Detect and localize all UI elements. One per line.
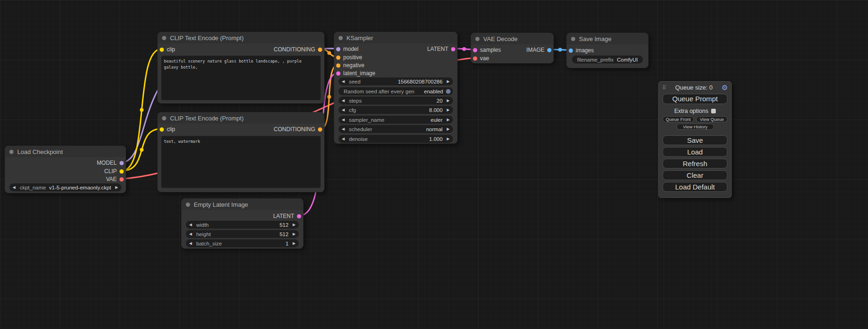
conditioning-port-icon[interactable] bbox=[336, 56, 340, 60]
clip-port-icon[interactable] bbox=[160, 127, 164, 132]
input-slot-latent-image[interactable]: latent_image bbox=[334, 70, 375, 77]
increment-arrow-icon[interactable]: ▶ bbox=[447, 118, 450, 122]
decrement-arrow-icon[interactable]: ◀ bbox=[342, 118, 345, 122]
scheduler-widget[interactable]: ◀ scheduler normal ▶ bbox=[339, 125, 453, 133]
image-port-icon[interactable] bbox=[569, 49, 573, 53]
increment-arrow-icon[interactable]: ▶ bbox=[447, 98, 450, 103]
conditioning-port-icon[interactable] bbox=[318, 127, 322, 132]
decrement-arrow-icon[interactable]: ◀ bbox=[342, 127, 345, 131]
increment-arrow-icon[interactable]: ▶ bbox=[293, 241, 296, 245]
node-title: Empty Latent Image bbox=[194, 201, 248, 208]
decrement-arrow-icon[interactable]: ◀ bbox=[13, 185, 15, 189]
random-seed-toggle-widget[interactable]: Random seed after every gen enabled bbox=[339, 87, 453, 95]
latent-port-icon[interactable] bbox=[336, 71, 340, 76]
decrement-arrow-icon[interactable]: ◀ bbox=[342, 108, 345, 112]
node-titlebar[interactable]: KSampler bbox=[334, 32, 457, 43]
decrement-arrow-icon[interactable]: ◀ bbox=[189, 232, 192, 236]
node-titlebar[interactable]: Load Checkpoint bbox=[5, 146, 126, 157]
input-slot-model[interactable]: model bbox=[334, 45, 359, 53]
settings-gear-icon[interactable]: ⚙ bbox=[722, 84, 728, 91]
clip-port-icon[interactable] bbox=[160, 48, 164, 52]
input-slot-clip[interactable]: clip bbox=[158, 46, 175, 53]
increment-arrow-icon[interactable]: ▶ bbox=[447, 137, 450, 141]
decrement-arrow-icon[interactable]: ◀ bbox=[342, 98, 345, 103]
negative-prompt-textarea[interactable]: text, watermark bbox=[161, 136, 321, 188]
queue-front-button[interactable]: Queue Front bbox=[663, 116, 694, 122]
latent-port-icon[interactable] bbox=[297, 214, 301, 218]
output-slot-conditioning[interactable]: CONDITIONING bbox=[274, 46, 324, 53]
latent-port-icon[interactable] bbox=[451, 47, 455, 51]
input-slot-samples[interactable]: samples bbox=[471, 46, 501, 54]
latent-port-icon[interactable] bbox=[473, 48, 477, 52]
seed-widget[interactable]: ◀ seed 156680208700286 ▶ bbox=[339, 77, 453, 85]
save-button[interactable]: Save bbox=[663, 135, 727, 145]
widget-value: normal bbox=[426, 126, 443, 132]
extra-options-checkbox[interactable] bbox=[711, 109, 716, 113]
node-vae-decode[interactable]: VAE Decode samples IMAGE vae bbox=[471, 33, 554, 63]
toggle-indicator-icon[interactable] bbox=[446, 89, 451, 94]
increment-arrow-icon[interactable]: ▶ bbox=[447, 127, 450, 131]
node-clip-text-encode-positive[interactable]: CLIP Text Encode (Prompt) clip CONDITION… bbox=[157, 32, 325, 104]
input-slot-negative[interactable]: negative bbox=[334, 62, 364, 69]
decrement-arrow-icon[interactable]: ◀ bbox=[189, 223, 192, 227]
conditioning-port-icon[interactable] bbox=[336, 63, 340, 68]
denoise-widget[interactable]: ◀ denoise 1.000 ▶ bbox=[339, 135, 453, 143]
vae-port-icon[interactable] bbox=[120, 177, 124, 182]
model-port-icon[interactable] bbox=[120, 161, 124, 165]
output-slot-conditioning[interactable]: CONDITIONING bbox=[274, 126, 324, 133]
node-load-checkpoint[interactable]: Load Checkpoint MODEL CLIP VAE ◀ ckpt_na… bbox=[5, 146, 126, 193]
clip-port-icon[interactable] bbox=[120, 169, 124, 174]
increment-arrow-icon[interactable]: ▶ bbox=[293, 232, 296, 236]
vae-port-icon[interactable] bbox=[473, 56, 477, 61]
filename-prefix-widget[interactable]: filename_prefix ComfyUI bbox=[572, 56, 643, 63]
steps-widget[interactable]: ◀ steps 20 ▶ bbox=[339, 97, 453, 105]
output-slot-image[interactable]: IMAGE bbox=[526, 46, 553, 54]
output-slot-latent[interactable]: LATENT bbox=[273, 212, 303, 220]
input-slot-clip[interactable]: clip bbox=[158, 126, 175, 133]
node-clip-text-encode-negative[interactable]: CLIP Text Encode (Prompt) clip CONDITION… bbox=[157, 112, 325, 192]
input-slot-positive[interactable]: positive bbox=[334, 54, 362, 61]
height-widget[interactable]: ◀ height 512 ▶ bbox=[186, 230, 299, 238]
image-port-icon[interactable] bbox=[547, 48, 551, 52]
width-widget[interactable]: ◀ width 512 ▶ bbox=[186, 221, 299, 229]
slot-label: latent_image bbox=[343, 70, 375, 77]
output-slot-model[interactable]: MODEL bbox=[97, 159, 126, 167]
load-default-button[interactable]: Load Default bbox=[663, 182, 727, 192]
increment-arrow-icon[interactable]: ▶ bbox=[115, 185, 118, 189]
increment-arrow-icon[interactable]: ▶ bbox=[293, 223, 296, 227]
clear-button[interactable]: Clear bbox=[663, 170, 727, 180]
increment-arrow-icon[interactable]: ▶ bbox=[447, 79, 450, 84]
node-titlebar[interactable]: VAE Decode bbox=[471, 33, 553, 44]
increment-arrow-icon[interactable]: ▶ bbox=[447, 108, 450, 112]
decrement-arrow-icon[interactable]: ◀ bbox=[189, 241, 192, 245]
load-button[interactable]: Load bbox=[663, 147, 727, 157]
node-empty-latent-image[interactable]: Empty Latent Image LATENT ◀ width 512 ▶ … bbox=[181, 198, 303, 249]
input-slot-images[interactable]: images bbox=[567, 47, 594, 54]
view-history-button[interactable]: View History bbox=[677, 124, 714, 130]
conditioning-port-icon[interactable] bbox=[318, 48, 322, 52]
ckpt-name-widget[interactable]: ◀ ckpt_name v1-5-pruned-emaonly.ckpt ▶ bbox=[9, 183, 121, 191]
output-slot-latent[interactable]: LATENT bbox=[427, 45, 457, 53]
queue-prompt-button[interactable]: Queue Prompt bbox=[663, 94, 727, 104]
node-titlebar[interactable]: CLIP Text Encode (Prompt) bbox=[158, 112, 324, 124]
node-ksampler[interactable]: KSampler model LATENT positive negative … bbox=[334, 32, 458, 144]
output-slot-clip[interactable]: CLIP bbox=[104, 168, 126, 175]
output-slot-vae[interactable]: VAE bbox=[106, 175, 126, 183]
node-titlebar[interactable]: Save Image bbox=[567, 33, 648, 44]
positive-prompt-textarea[interactable]: beautiful scenery nature glass bottle la… bbox=[161, 56, 321, 100]
refresh-button[interactable]: Refresh bbox=[663, 159, 727, 168]
node-save-image[interactable]: Save Image images filename_prefix ComfyU… bbox=[566, 33, 649, 68]
decrement-arrow-icon[interactable]: ◀ bbox=[342, 79, 345, 84]
view-queue-button[interactable]: View Queue bbox=[696, 116, 727, 122]
cfg-widget[interactable]: ◀ cfg 8.000 ▶ bbox=[339, 106, 453, 114]
drag-handle-icon[interactable]: ⠿ bbox=[662, 85, 666, 91]
widget-value: enabled bbox=[424, 89, 443, 94]
decrement-arrow-icon[interactable]: ◀ bbox=[342, 137, 345, 141]
model-port-icon[interactable] bbox=[336, 47, 340, 51]
input-slot-vae[interactable]: vae bbox=[471, 55, 489, 62]
sampler-name-widget[interactable]: ◀ sampler_name euler ▶ bbox=[339, 116, 453, 124]
batch-size-widget[interactable]: ◀ batch_size 1 ▶ bbox=[186, 239, 299, 247]
node-titlebar[interactable]: CLIP Text Encode (Prompt) bbox=[158, 32, 324, 43]
node-titlebar[interactable]: Empty Latent Image bbox=[182, 199, 303, 210]
node-status-icon bbox=[339, 36, 343, 40]
